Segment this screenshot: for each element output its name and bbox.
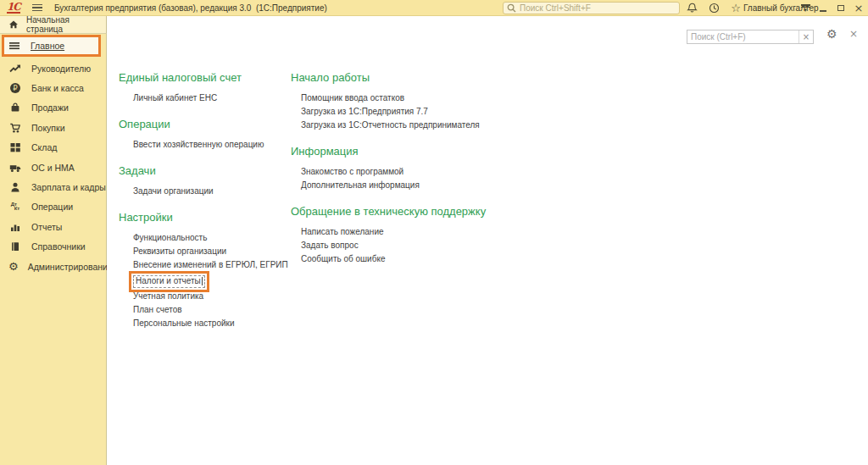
gear-icon: ⚙ [8, 261, 19, 272]
link-funkcionalnost[interactable]: Функциональность [119, 231, 207, 245]
section-informaciya: Информация Знакомство с программой Допол… [291, 145, 570, 192]
sidebar-item-sklad[interactable]: Склад [0, 138, 106, 158]
sidebar-list: Руководителю ₽ Банк и касса Продажи Поку… [0, 58, 106, 276]
service-menu-icon[interactable]: ▾ [798, 0, 813, 16]
sidebar-item-bank-i-kassa[interactable]: ₽ Банк и касса [0, 78, 106, 97]
link-napisat-pozhelanie[interactable]: Написать пожелание [291, 225, 384, 239]
truck-icon [8, 162, 22, 174]
link-nalogi-i-otchety highlight-box[interactable]: Налоги и отчеты [119, 272, 205, 290]
minimize-window-icon[interactable] [815, 0, 831, 16]
sidebar-item-otchety[interactable]: Отчеты [0, 217, 106, 236]
barchart-icon [8, 221, 22, 233]
sidebar-item-operacii[interactable]: ДтКт Операции [0, 197, 106, 217]
section-title: Операции [119, 118, 288, 130]
sidebar-item-prodazhi[interactable]: Продажи [0, 98, 106, 118]
section-eniy-nalogoviy-schet: Единый налоговый счет Личный кабинет ЕНС [119, 71, 288, 105]
content-column-right: Начало работы Помощник ввода остатков За… [291, 71, 570, 279]
sidebar-item-label: Справочники [31, 241, 86, 252]
text-cursor [202, 277, 203, 285]
svg-text:₽: ₽ [13, 84, 18, 92]
content-column-left: Единый налоговый счет Личный кабинет ЕНС… [119, 71, 288, 343]
page-search-box[interactable]: × [687, 30, 814, 44]
sidebar-item-administrirovanie[interactable]: ⚙ Администрирование [0, 257, 106, 276]
link-zadat-vopros[interactable]: Задать вопрос [291, 239, 359, 252]
sidebar-item-label: ОС и НМА [31, 163, 75, 173]
link-lichny-kabinet-ens[interactable]: Личный кабинет ЕНС [119, 91, 217, 105]
sidebar-item-rukovoditelyu[interactable]: Руководителю [0, 58, 106, 78]
tab-home-page[interactable]: Начальная страница [0, 16, 107, 34]
sidebar-item-spravochniki[interactable]: Справочники [0, 237, 106, 257]
link-znakomstvo-s-programmoy[interactable]: Знакомство с программой [291, 165, 403, 179]
section-title: Начало работы [291, 71, 570, 84]
sidebar-item-os-i-nma[interactable]: ОС и НМА [0, 158, 106, 177]
main-menu-icon[interactable] [32, 4, 42, 12]
restore-window-icon[interactable] [833, 0, 849, 16]
link-personalnye-nastroyki[interactable]: Персональные настройки [119, 317, 235, 330]
sidebar-item-label: Продажи [31, 102, 69, 113]
link-soobshit-ob-oshibke[interactable]: Сообщить об ошибке [291, 252, 385, 266]
app-window: 1С Бухгалтерия предприятия (базовая), ре… [0, 0, 868, 465]
global-search-box[interactable] [503, 2, 680, 14]
section-title: Единый налоговый счет [119, 71, 288, 84]
home-icon [8, 19, 19, 30]
sidebar-item-label: Операции [31, 202, 73, 212]
page-settings-gear-icon[interactable]: ⚙ [826, 28, 837, 40]
page-close-icon[interactable]: × [849, 29, 858, 39]
menu-icon [8, 40, 20, 52]
page-search-input[interactable] [687, 30, 798, 43]
app-title: Бухгалтерия предприятия (базовая), редак… [54, 3, 327, 13]
sidebar-item-label: Отчеты [31, 222, 62, 232]
sections-panel: Главное Руководителю ₽ Банк и касса Прод… [0, 34, 107, 465]
link-zagruzka-iz-1c-otchetnost[interactable]: Загрузка из 1С:Отчетность предпринимател… [291, 119, 480, 132]
sidebar-item-label: Администрирование [28, 262, 113, 272]
link-zagruzka-iz-1c-predpriyatiya-77[interactable]: Загрузка из 1С:Предприятия 7.7 [291, 105, 428, 119]
home-page-content: × ⚙ × Единый налоговый счет Личный кабин… [107, 16, 868, 465]
section-tehpodderzhka: Обращение в техническую поддержку Написа… [291, 205, 570, 266]
link-dopolnitelnaya-informaciya[interactable]: Дополнительная информация [291, 179, 420, 192]
link-rekvizity-organizacii[interactable]: Реквизиты организации [119, 245, 226, 258]
link-vvesti-operaciyu[interactable]: Ввести хозяйственную операцию [119, 138, 264, 152]
home-tab-label: Начальная страница [26, 15, 106, 34]
link-zadachi-organizacii[interactable]: Задачи организации [119, 185, 214, 198]
section-zadachi: Задачи Задачи организации [119, 164, 288, 198]
title-bar: 1С Бухгалтерия предприятия (базовая), ре… [0, 0, 868, 16]
sidebar-item-label: Склад [31, 142, 57, 152]
book-icon [8, 241, 22, 252]
link-pomoshnik-vvoda-ostatkov[interactable]: Помощник ввода остатков [291, 91, 404, 105]
sidebar-item-zarplata-i-kadry[interactable]: Зарплата и кадры [0, 177, 106, 197]
1c-logo: 1С [7, 2, 20, 14]
warehouse-icon [8, 141, 22, 153]
history-icon[interactable] [705, 0, 722, 16]
section-title: Настройки [119, 211, 288, 224]
focused-link-label: Налоги и отчеты [136, 276, 201, 285]
sidebar-item-label: Банк и касса [31, 83, 84, 93]
section-nastroyki: Настройки Функциональность Реквизиты орг… [119, 211, 288, 330]
dtkt-icon: ДтКт [8, 202, 22, 211]
sidebar-item-glavnoe highlight-box[interactable]: Главное [2, 35, 101, 57]
sidebar-item-label: Покупки [31, 123, 65, 133]
trend-icon [8, 63, 22, 75]
person-icon [8, 181, 22, 193]
notifications-bell-icon[interactable] [683, 0, 700, 16]
ruble-icon: ₽ [8, 82, 22, 94]
section-title: Обращение в техническую поддержку [291, 205, 570, 218]
section-title: Задачи [119, 164, 288, 177]
section-nachalo-raboty: Начало работы Помощник ввода остатков За… [291, 71, 570, 132]
sidebar-item-label: Руководителю [31, 64, 91, 74]
cart-icon [8, 122, 22, 134]
search-icon [507, 3, 516, 13]
link-uchetnaya-politika[interactable]: Учетная политика [119, 290, 203, 303]
bag-icon [8, 102, 22, 113]
sidebar-item-label: Главное [31, 41, 64, 51]
sidebar-item-label: Зарплата и кадры [31, 182, 106, 192]
sidebar-item-pokupki[interactable]: Покупки [0, 118, 106, 137]
section-title: Информация [291, 145, 570, 158]
favorites-star-icon[interactable]: ☆ [727, 0, 744, 16]
global-search-input[interactable] [520, 3, 664, 13]
section-operacii: Операции Ввести хозяйственную операцию [119, 118, 288, 152]
close-window-icon[interactable]: × [851, 0, 866, 16]
link-vnesenie-izmeneniy-egrul-egrip[interactable]: Внесение изменений в ЕГРЮЛ, ЕГРИП [119, 258, 288, 272]
clear-search-icon[interactable]: × [798, 30, 813, 43]
link-plan-schetov[interactable]: План счетов [119, 303, 182, 317]
